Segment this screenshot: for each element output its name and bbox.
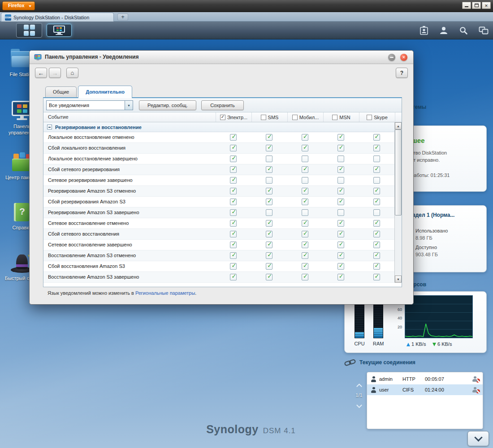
notification-checkbox[interactable] — [302, 188, 308, 194]
notification-checkbox[interactable] — [230, 252, 237, 259]
column-checkbox[interactable] — [292, 115, 298, 120]
notification-checkbox[interactable] — [266, 166, 272, 173]
notification-checkbox[interactable] — [337, 241, 344, 248]
table-row[interactable]: Восстановление Amazon S3 отменено — [43, 250, 394, 261]
notification-checkbox[interactable] — [302, 155, 308, 162]
notification-checkbox[interactable] — [373, 241, 380, 248]
notification-checkbox[interactable] — [373, 145, 380, 151]
search-icon[interactable] — [459, 26, 468, 35]
notification-checkbox[interactable] — [302, 274, 308, 280]
new-tab-button[interactable]: + — [117, 13, 128, 21]
table-row[interactable]: Сбой сетевого резервирования — [43, 164, 394, 175]
notification-checkbox[interactable] — [302, 166, 308, 173]
notification-checkbox[interactable] — [337, 145, 344, 151]
table-row[interactable]: Сетевое восстановление завершено — [43, 240, 394, 250]
notification-checkbox[interactable] — [266, 188, 272, 194]
notification-checkbox[interactable] — [230, 220, 237, 227]
notification-checkbox[interactable] — [337, 209, 344, 216]
notification-checkbox[interactable] — [373, 209, 380, 216]
notification-checkbox[interactable] — [302, 231, 308, 237]
notification-checkbox[interactable] — [373, 155, 380, 162]
table-row[interactable]: Сбой локального восстановления — [43, 143, 394, 154]
dialog-close-button[interactable] — [400, 54, 407, 61]
firefox-menu-button[interactable]: Firefox — [2, 1, 35, 10]
scrollbar-thumb[interactable] — [395, 129, 402, 215]
control-panel-task-button[interactable] — [47, 24, 72, 37]
notification-checkbox[interactable] — [266, 134, 272, 141]
notification-checkbox[interactable] — [266, 220, 272, 227]
notification-checkbox[interactable] — [302, 145, 308, 151]
notification-checkbox[interactable] — [230, 134, 237, 141]
notification-checkbox[interactable] — [373, 252, 380, 259]
notification-checkbox[interactable] — [337, 177, 344, 184]
disconnect-icon[interactable] — [472, 387, 479, 393]
notification-checkbox[interactable] — [302, 134, 308, 141]
column-header[interactable]: Мобил... — [288, 112, 324, 122]
notification-checkbox[interactable] — [373, 263, 380, 270]
notification-checkbox[interactable] — [302, 252, 308, 259]
column-header[interactable]: Электр... — [216, 112, 252, 122]
column-header-event[interactable]: Событие — [43, 112, 216, 122]
help-button[interactable]: ? — [396, 68, 408, 78]
main-menu-button[interactable] — [16, 23, 42, 38]
page-up-chevron[interactable] — [356, 383, 362, 389]
collapse-widgets-button[interactable] — [467, 431, 489, 446]
notification-checkbox[interactable] — [373, 166, 380, 173]
notification-checkbox[interactable] — [302, 177, 308, 184]
notification-checkbox[interactable] — [373, 134, 380, 141]
notification-checkbox[interactable] — [337, 263, 344, 270]
disconnect-icon[interactable] — [472, 376, 479, 382]
scroll-down-button[interactable] — [395, 276, 402, 283]
column-checkbox[interactable] — [367, 115, 372, 120]
table-group-row[interactable]: Резервирование и восстановление — [43, 122, 394, 132]
notification-checkbox[interactable] — [230, 166, 237, 173]
notification-checkbox[interactable] — [230, 231, 237, 237]
dialog-minimize-button[interactable] — [388, 54, 395, 61]
notification-checkbox[interactable] — [230, 241, 237, 248]
collapse-icon[interactable] — [47, 125, 52, 129]
notification-checkbox[interactable] — [230, 209, 237, 216]
notification-checkbox[interactable] — [266, 145, 272, 151]
table-row[interactable]: Локальное восстановление завершено — [43, 154, 394, 164]
notification-checkbox[interactable] — [266, 263, 272, 270]
notification-checkbox[interactable] — [230, 177, 237, 184]
notification-checkbox[interactable] — [337, 252, 344, 259]
table-row[interactable]: Сбой резервирования Amazon S3 — [43, 197, 394, 207]
notification-checkbox[interactable] — [230, 188, 237, 194]
notification-checkbox[interactable] — [266, 209, 272, 216]
table-row[interactable]: Сбой восстановления Amazon S3 — [43, 261, 394, 272]
notification-checkbox[interactable] — [373, 177, 380, 184]
column-header[interactable]: Skype — [359, 112, 395, 122]
notification-checkbox[interactable] — [266, 241, 272, 248]
column-checkbox[interactable] — [261, 115, 266, 120]
notification-checkbox[interactable] — [302, 198, 308, 205]
notification-checkbox[interactable] — [302, 220, 308, 227]
notification-checkbox[interactable] — [266, 198, 272, 205]
notification-checkbox[interactable] — [373, 274, 380, 280]
table-row[interactable]: Сетевое восстановление отменено — [43, 218, 394, 229]
dialog-titlebar[interactable]: Панель управления - Уведомления — [30, 51, 413, 64]
notification-checkbox[interactable] — [337, 220, 344, 227]
regional-settings-link[interactable]: Региональные параметры — [135, 290, 195, 296]
notification-checkbox[interactable] — [230, 145, 237, 151]
notification-checkbox[interactable] — [266, 231, 272, 237]
notification-checkbox[interactable] — [337, 155, 344, 162]
table-row[interactable]: Восстановление Amazon S3 завершено — [43, 272, 394, 283]
notification-checkbox[interactable] — [373, 188, 380, 194]
notification-checkbox[interactable] — [337, 166, 344, 173]
notification-checkbox[interactable] — [266, 252, 272, 259]
page-down-chevron[interactable] — [356, 402, 362, 408]
column-header[interactable]: SMS — [252, 112, 288, 122]
table-row[interactable]: Резервирование Amazon S3 завершено — [43, 207, 394, 218]
table-scrollbar[interactable] — [394, 122, 402, 283]
column-header[interactable]: MSN — [324, 112, 359, 122]
maximize-button[interactable] — [472, 2, 481, 9]
notification-checkbox[interactable] — [302, 209, 308, 216]
notification-checkbox[interactable] — [230, 198, 237, 205]
widgets-pane-icon[interactable] — [479, 26, 489, 35]
notification-checkbox[interactable] — [302, 241, 308, 248]
notification-checkbox[interactable] — [230, 274, 237, 280]
user-menu-icon[interactable] — [439, 26, 448, 35]
connection-row[interactable]: userCIFS01:24:00 — [367, 384, 483, 395]
notification-checkbox[interactable] — [337, 198, 344, 205]
